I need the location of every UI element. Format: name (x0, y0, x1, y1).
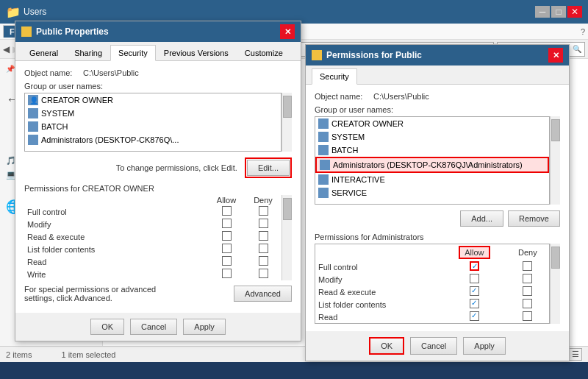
perm-user-batch[interactable]: BATCH (315, 144, 549, 157)
edit-btn-wrapper: Edit... (245, 157, 292, 178)
admin-list-allow-checkbox[interactable] (470, 299, 479, 308)
object-name-label: Object name: (24, 68, 83, 77)
user-icon (28, 135, 38, 145)
permissions-label: Permissions for CREATOR OWNER (24, 184, 292, 193)
perm-user-interactive[interactable]: INTERACTIVE (315, 173, 549, 186)
tab-general[interactable]: General (21, 45, 66, 61)
svg-rect-3 (28, 121, 38, 132)
remove-button[interactable]: Remove (508, 210, 560, 227)
perm-object-label: Object name: (315, 92, 373, 101)
perm-object-value: C:\Users\Public (373, 92, 429, 101)
view-list-icon[interactable]: ☰ (569, 348, 582, 361)
tab-sharing[interactable]: Sharing (66, 45, 110, 61)
checkbox-write-allow[interactable] (222, 269, 232, 278)
admin-readexec-deny-checkbox[interactable] (523, 286, 532, 296)
svg-rect-2 (28, 108, 38, 118)
admin-readexec-allow-checkbox[interactable] (470, 286, 479, 296)
perm-row-read: Read (24, 255, 282, 268)
permissions-title-bar: Permissions for Public ✕ (306, 45, 569, 65)
pp-apply-button[interactable]: Apply (183, 319, 226, 335)
perm-ok-button[interactable]: OK (369, 337, 404, 355)
perm-admins-label: Permissions for Administrators (315, 233, 560, 241)
checkbox-modify-deny[interactable] (259, 219, 268, 228)
checkbox-read-allow[interactable] (222, 256, 232, 266)
user-list-item[interactable]: 👤 CREATOR OWNER (25, 93, 281, 107)
user-icon (318, 132, 329, 142)
edit-button[interactable]: Edit... (247, 160, 290, 176)
allow-column-header: Allow (442, 244, 506, 261)
checkbox-readexec-allow[interactable] (222, 231, 232, 241)
tab-customize[interactable]: Customize (237, 45, 291, 61)
status-items: 2 items (6, 350, 32, 359)
checkbox-readexec-deny[interactable] (259, 231, 268, 241)
public-properties-title-bar: Public Properties ✕ (15, 21, 301, 42)
public-properties-dialog: Public Properties ✕ General Sharing Secu… (15, 21, 301, 341)
help-icon[interactable]: ? (581, 27, 585, 36)
public-properties-close[interactable]: ✕ (280, 24, 295, 39)
svg-rect-10 (318, 188, 329, 198)
admin-read-allow-checkbox[interactable] (470, 311, 479, 321)
permissions-table: Allow Deny Full control Modify (24, 195, 282, 280)
pin-icon: 📌 (6, 65, 15, 73)
admin-full-allow-checkbox[interactable] (470, 261, 479, 271)
pp-ok-button[interactable]: OK (90, 319, 124, 335)
admin-modify-deny-checkbox[interactable] (523, 274, 532, 283)
advanced-button[interactable]: Advanced (234, 286, 292, 302)
perm-cancel-button[interactable]: Cancel (410, 337, 457, 355)
user-icon (320, 160, 330, 170)
checkbox-write-deny[interactable] (259, 269, 268, 278)
perm-row-list: List folder contents (24, 243, 282, 255)
permissions-close[interactable]: ✕ (548, 48, 563, 63)
perm-user-service[interactable]: SERVICE (315, 186, 549, 199)
object-name-row: Object name: C:\Users\Public (24, 68, 292, 77)
perm-row-write: Write (24, 268, 282, 280)
user-icon (318, 118, 329, 129)
perm-user-administrators[interactable]: Administrators (DESKTOP-CK876QJ\Administ… (315, 157, 549, 173)
perm-table-scrollbar[interactable] (282, 195, 292, 280)
admin-modify-allow-checkbox[interactable] (470, 274, 479, 283)
perm-user-scrollbar-thumb[interactable] (551, 119, 560, 141)
pp-cancel-button[interactable]: Cancel (130, 319, 177, 335)
perm-table-scrollbar[interactable] (550, 244, 560, 324)
add-button[interactable]: Add... (460, 210, 503, 227)
permissions-body: Object name: C:\Users\Public Group or us… (306, 85, 569, 331)
checkbox-read-deny[interactable] (259, 256, 268, 266)
perm-scrollbar-thumb[interactable] (283, 198, 292, 220)
perm-row-read-exec: Read & execute (24, 230, 282, 243)
admin-full-deny-checkbox[interactable] (523, 261, 532, 271)
perm-admin-modify: Modify (315, 273, 550, 286)
back-btn[interactable]: ◀ (3, 44, 10, 54)
perm-apply-button[interactable]: Apply (463, 337, 506, 355)
permissions-tab-security[interactable]: Security (312, 68, 357, 85)
checkbox-modify-allow[interactable] (222, 219, 232, 228)
tab-security[interactable]: Security (110, 45, 156, 61)
svg-rect-5 (318, 118, 329, 129)
checkbox-list-deny[interactable] (259, 244, 268, 253)
user-list[interactable]: 👤 CREATOR OWNER SYSTEM BATCH Administrat… (24, 93, 282, 152)
perm-user-list[interactable]: CREATOR OWNER SYSTEM BATCH Administrator… (315, 116, 550, 205)
admin-read-deny-checkbox[interactable] (523, 311, 532, 321)
user-list-item[interactable]: BATCH (25, 120, 281, 133)
perm-user-scrollbar[interactable] (550, 116, 560, 205)
group-users-label: Group or user names: (24, 82, 292, 91)
checkbox-list-allow[interactable] (222, 244, 232, 253)
deny-column-header: Deny (506, 244, 550, 261)
close-btn[interactable]: ✕ (567, 6, 582, 18)
user-list-scrollbar[interactable] (282, 93, 292, 152)
perm-user-system[interactable]: SYSTEM (315, 130, 549, 144)
tab-previous-versions[interactable]: Previous Versions (156, 45, 237, 61)
perm-user-creator[interactable]: CREATOR OWNER (315, 117, 549, 130)
perm-object-name-row: Object name: C:\Users\Public (315, 92, 560, 101)
user-list-item[interactable]: Administrators (DESKTOP-CK876Q\... (25, 133, 281, 146)
admin-list-deny-checkbox[interactable] (523, 299, 532, 308)
checkbox-full-deny[interactable] (259, 206, 268, 216)
status-selected: 1 item selected (61, 350, 115, 359)
maximize-btn[interactable]: □ (551, 6, 566, 18)
checkbox-full-allow[interactable] (222, 206, 232, 216)
scrollbar-thumb[interactable] (283, 96, 292, 118)
deny-header: Deny (245, 195, 282, 205)
object-name-value: C:\Users\Public (83, 68, 139, 77)
minimize-btn[interactable]: ─ (535, 6, 550, 18)
user-list-item[interactable]: SYSTEM (25, 107, 281, 120)
perm-table-thumb[interactable] (551, 247, 560, 269)
